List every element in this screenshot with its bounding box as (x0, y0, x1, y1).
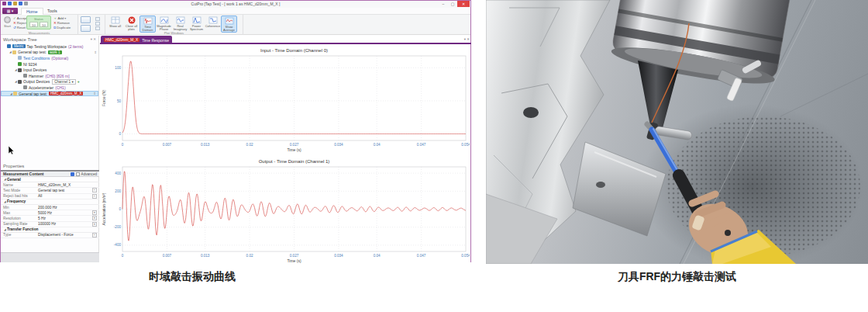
eject-icon[interactable]: ⇕ (93, 92, 96, 95)
reset-arrow-icon: ↺ (13, 26, 16, 29)
tree-item-suffix: (CH1) (55, 85, 65, 90)
cascade-windows-icon[interactable] (81, 16, 91, 23)
tree-item-label: Output Devices (23, 79, 50, 84)
accept-check-icon: ✓ (13, 16, 16, 20)
property-value[interactable]: All (38, 194, 92, 198)
duplicate-button[interactable]: ⧉Duplicate (53, 26, 71, 29)
x-tick-label: 0.007 (163, 143, 172, 147)
remove-button[interactable]: ✕Remove (53, 21, 71, 25)
advanced-checkbox[interactable] (76, 172, 80, 176)
property-section-transfer-function[interactable]: ◢Transfer Function (1, 227, 99, 233)
magnitude-phase-button[interactable]: Magnitude Phase (156, 16, 172, 33)
tree-item-label: Test Conditions (23, 56, 50, 61)
close-button[interactable]: ✕ (457, 1, 470, 7)
workspace-panel-icons[interactable]: ▾ ✕ (91, 37, 96, 41)
x-axis-label: Time (s) (287, 258, 301, 263)
reset-button[interactable]: ↺Reset (13, 26, 27, 29)
property-row-sampling-rate: Sampling Rate100000 Hz▾ (1, 222, 99, 227)
property-value[interactable]: 5000 Hz (38, 211, 92, 215)
tree-item-input-devices[interactable]: ◢Input Devices (1, 67, 98, 73)
y-tick-label: 50 (117, 99, 122, 103)
layout-option-icon[interactable] (95, 26, 100, 30)
property-section-frequency[interactable]: ◢Frequency (1, 199, 99, 205)
chart-title: Output - Time Domain (Channel 1) (259, 159, 330, 164)
edit-button[interactable]: ▪ (92, 194, 97, 199)
section-label: General (7, 178, 21, 182)
x-tick-label: 0.047 (417, 254, 426, 258)
tree-item-hammer[interactable]: Hammer(CH0) [826 m] (1, 73, 98, 79)
coherence-button[interactable]: Coherence (205, 16, 221, 33)
ribbon-tab-home[interactable]: Home (21, 8, 43, 15)
doc-icon (18, 56, 22, 60)
edit-button[interactable]: ▪ (92, 233, 97, 237)
fixture-hole (523, 107, 539, 118)
property-value[interactable]: Displacement - Force (38, 233, 92, 237)
layout-option-icon[interactable] (95, 22, 100, 26)
x-tick-label: 0.027 (290, 143, 299, 147)
edit-button[interactable]: ▪ (92, 188, 97, 192)
minimize-button[interactable]: – (439, 1, 448, 7)
power-spectrum-button[interactable]: Power Spectrum (188, 16, 205, 33)
start-button[interactable]: Start (2, 16, 12, 28)
measurements-group: Start ✓Accept ✕Reject ↺Reset Status 10 1… (1, 15, 78, 35)
tree-item-badge: HMC_d20mm_M_X (49, 92, 83, 95)
close-all-icon (127, 16, 136, 24)
coherence-icon (208, 16, 218, 24)
dropdown-icon[interactable]: ▾ (92, 210, 97, 215)
cutpro-window: CutPro [Tap Test] - [ work 1 as HMC_d20m… (0, 0, 471, 262)
tree-item-output-devices[interactable]: ◢Output DevicesChannel 1 ▾+ (1, 79, 98, 85)
close-all-button[interactable]: Close all plots (123, 16, 140, 33)
property-label: Min (3, 206, 38, 210)
tree-item-test-conditions[interactable]: Test Conditions(Optional) (1, 55, 98, 61)
ribbon: Start ✓Accept ✕Reject ↺Reset Status 10 1… (1, 15, 470, 35)
tree-item-tap-testing-workspace[interactable]: MetricTap Testing Workspace(2 items) (1, 43, 98, 50)
doc-tab-strip-icons[interactable]: ▾ ✕ (464, 37, 470, 41)
property-row-min: Min200.000 Hz (1, 205, 99, 210)
time-domain-button[interactable]: Time Domain (140, 16, 156, 33)
x-tick-label: 0.054 (461, 254, 470, 258)
workspace-tree-title: Workspace Tree (1, 36, 98, 43)
plus-icon (18, 80, 22, 84)
property-section-general[interactable]: ◢General (1, 177, 99, 182)
property-row-resolution: Resolution5 Hz▾ (1, 216, 99, 221)
real-imaginary-button[interactable]: Real Imaginary (172, 16, 188, 33)
dropdown-icon[interactable]: ▾ (92, 222, 97, 227)
tree-item-accelerometer[interactable]: Accelerometer(CH1) (1, 85, 98, 91)
panel-seam (780, 74, 868, 116)
tool-holder-cone (638, 61, 678, 128)
maximize-button[interactable]: ▢ (448, 1, 457, 7)
property-value[interactable]: 5 Hz (38, 217, 92, 220)
ribbon-tab-tools[interactable]: Tools (43, 8, 62, 15)
reject-button[interactable]: ✕Reject (13, 21, 27, 25)
save-measurement-icon[interactable] (71, 172, 74, 176)
add-button[interactable]: ＋Add▾ (53, 16, 71, 20)
show-all-button[interactable]: Show all (107, 16, 123, 33)
property-value[interactable]: 200.000 Hz (38, 206, 97, 210)
tree-item-general-tap-test[interactable]: ◢General tap test:work 1⇕ (1, 50, 98, 56)
show-average-icon (225, 17, 234, 25)
tile-windows-icon[interactable] (81, 25, 91, 32)
x-axis-label: Time (s) (287, 147, 301, 152)
document-tab-strip: HMC_d20mm_M_X Time Response ▾ ✕ (100, 36, 471, 44)
tree-item-ni-9234[interactable]: NI 9234 (1, 61, 98, 68)
show-average-button[interactable]: Show Average (221, 16, 237, 33)
channel-selector[interactable]: Channel 1 ▾ (52, 79, 76, 85)
property-value[interactable]: HMC_d20mm_M_X (38, 183, 97, 187)
status-count-total[interactable]: 10 (40, 22, 48, 27)
accept-button[interactable]: ✓Accept (13, 16, 27, 20)
dummy-tool-cylinder (654, 126, 692, 140)
property-value[interactable]: 100000 Hz (38, 222, 92, 226)
status-count-done[interactable]: 10 (29, 22, 38, 27)
tree-item-badge: work 1 (48, 50, 62, 54)
dropdown-icon[interactable]: ▾ (92, 216, 97, 220)
property-value[interactable]: General tap test (38, 189, 92, 192)
tree-item-label: Tap Testing Workspace (27, 44, 67, 49)
add-channel-icon[interactable]: + (78, 79, 80, 84)
tab-time-response[interactable]: HMC_d20mm_M_X Time Response (101, 36, 172, 44)
eject-icon[interactable]: ⇕ (94, 50, 97, 54)
y-axis-label: Force (N) (102, 90, 106, 106)
tree-item-label: NI 9234 (23, 62, 37, 67)
app-menu-button[interactable]: ▦ ▾ (2, 8, 18, 14)
tree-item-general-tap-test[interactable]: ◢General tap test:HMC_d20mm_M_X⇕ (1, 91, 98, 97)
layout-option-icon[interactable] (95, 17, 100, 21)
